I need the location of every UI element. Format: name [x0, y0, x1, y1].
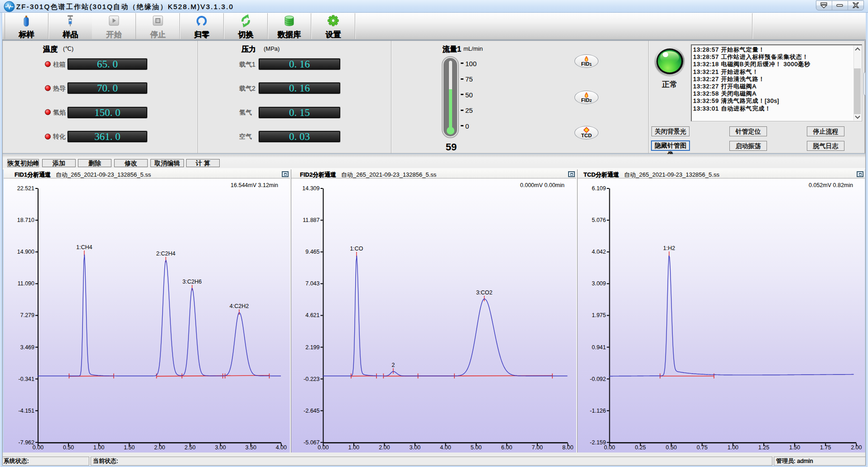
svg-text:7.279: 7.279 — [20, 312, 34, 318]
svg-text:7.00: 7.00 — [532, 444, 543, 451]
svg-text:-2.159: -2.159 — [590, 439, 606, 446]
svg-text:1.00: 1.00 — [728, 444, 738, 451]
svg-text:5.076: 5.076 — [592, 217, 606, 223]
svg-text:0.052mV 0.82min: 0.052mV 0.82min — [809, 182, 853, 188]
svg-text:1:CO: 1:CO — [350, 246, 363, 252]
svg-text:4.00: 4.00 — [440, 444, 451, 451]
svg-text:8.00: 8.00 — [562, 444, 573, 451]
svg-text:0.941: 0.941 — [592, 344, 606, 351]
svg-text:-1.126: -1.126 — [590, 408, 606, 414]
svg-text:-0.223: -0.223 — [304, 376, 319, 382]
svg-text:3.009: 3.009 — [592, 280, 606, 287]
svg-text:0.50: 0.50 — [666, 444, 677, 451]
svg-text:11.887: 11.887 — [303, 217, 319, 223]
svg-text:2:C2H4: 2:C2H4 — [156, 250, 175, 257]
svg-text:6.00: 6.00 — [501, 444, 512, 451]
svg-text:1.975: 1.975 — [592, 312, 606, 318]
svg-text:22.521: 22.521 — [17, 185, 34, 192]
svg-text:1.75: 1.75 — [820, 444, 831, 451]
svg-text:14.309: 14.309 — [302, 185, 319, 192]
svg-text:3.00: 3.00 — [215, 444, 226, 451]
svg-text:6.109: 6.109 — [592, 185, 606, 192]
svg-text:1.25: 1.25 — [758, 444, 769, 451]
svg-text:1.00: 1.00 — [348, 444, 359, 451]
svg-text:3.50: 3.50 — [246, 444, 256, 451]
svg-text:11.090: 11.090 — [18, 280, 34, 287]
svg-text:3.00: 3.00 — [410, 444, 420, 451]
svg-text:0.25: 0.25 — [635, 444, 646, 451]
svg-text:18.710: 18.710 — [17, 217, 34, 223]
svg-text:-4.151: -4.151 — [19, 408, 34, 414]
svg-text:1.50: 1.50 — [124, 444, 135, 451]
svg-text:14.900: 14.900 — [17, 249, 34, 255]
svg-text:4.00: 4.00 — [276, 444, 287, 451]
svg-text:0.00: 0.00 — [604, 444, 615, 451]
svg-text:0.50: 0.50 — [63, 444, 74, 451]
svg-text:0.75: 0.75 — [697, 444, 708, 451]
svg-text:16.544mV 3.12min: 16.544mV 3.12min — [231, 182, 278, 188]
svg-text:1:H2: 1:H2 — [663, 245, 675, 251]
svg-text:2.00: 2.00 — [154, 444, 165, 451]
svg-text:FID1: FID1 — [581, 61, 592, 67]
svg-text:1:CH4: 1:CH4 — [76, 244, 92, 250]
svg-text:-0.341: -0.341 — [19, 376, 34, 382]
svg-text:0.00: 0.00 — [33, 444, 43, 451]
svg-text:3:C2H6: 3:C2H6 — [183, 279, 202, 285]
svg-text:5.00: 5.00 — [471, 444, 482, 451]
svg-text:9.465: 9.465 — [305, 249, 319, 255]
svg-text:4.042: 4.042 — [592, 249, 606, 255]
svg-text:0.000mV 0.00min: 0.000mV 0.00min — [520, 182, 564, 188]
svg-text:7.043: 7.043 — [305, 280, 319, 287]
svg-text:4:C2H2: 4:C2H2 — [230, 303, 249, 309]
svg-text:3:CO2: 3:CO2 — [476, 289, 492, 296]
svg-text:-2.645: -2.645 — [304, 408, 319, 414]
svg-text:2.50: 2.50 — [184, 444, 195, 451]
svg-text:-0.092: -0.092 — [590, 376, 606, 382]
svg-text:1.00: 1.00 — [93, 444, 104, 451]
svg-text:TCD: TCD — [581, 133, 592, 138]
svg-text:-7.962: -7.962 — [19, 439, 34, 446]
svg-text:3.469: 3.469 — [20, 344, 34, 351]
svg-text:4.621: 4.621 — [305, 312, 319, 318]
svg-text:0.00: 0.00 — [318, 444, 328, 451]
svg-text:1.50: 1.50 — [789, 444, 800, 451]
svg-text:2.199: 2.199 — [305, 344, 319, 351]
svg-text:2: 2 — [392, 362, 395, 368]
svg-text:-5.067: -5.067 — [304, 439, 319, 446]
svg-text:FID2: FID2 — [581, 97, 592, 103]
svg-text:2.00: 2.00 — [379, 444, 390, 451]
svg-text:2.00: 2.00 — [851, 444, 862, 451]
